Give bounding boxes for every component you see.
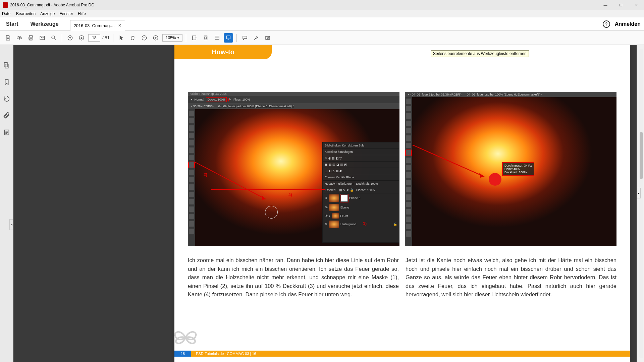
toolbar-divider: [113, 34, 113, 42]
save-icon[interactable]: [3, 33, 13, 43]
hand-pan-icon[interactable]: [128, 33, 138, 43]
ps-tools-column: [188, 109, 195, 246]
photoshop-screenshot-right: × · 04_09_feuer2.jpg bei 33,3% (RGB/8) 0…: [405, 92, 616, 246]
workspace: ◂ Seitensteuerelemente aus Werkzeugleist…: [0, 45, 644, 362]
thumbnails-icon[interactable]: [3, 62, 10, 69]
fit-page-icon[interactable]: [201, 33, 210, 43]
ps-red-arrow: [195, 162, 279, 206]
window-controls: — ☐ ✕: [598, 0, 644, 10]
ps-brush-circle: [265, 206, 278, 219]
svg-marker-21: [479, 173, 484, 178]
page-footer-bar: 18 PSD-Tutorials.de · COMMAG 03 | 16: [174, 351, 630, 357]
menu-hilfe[interactable]: Hilfe: [78, 11, 86, 16]
menu-fenster[interactable]: Fenster: [59, 11, 73, 16]
window-titlebar: 2016-03_Commag.pdf - Adobe Acrobat Pro D…: [0, 0, 644, 10]
ps-brush-tool-right: [406, 150, 411, 156]
signin-button[interactable]: Anmelden: [615, 21, 641, 27]
body-text-right: Jetzt ist die Kante noch etwas weich, al…: [406, 256, 616, 299]
toolbar-tooltip: Seitensteuerelemente aus Werkzeugleiste …: [431, 50, 529, 57]
layers-icon[interactable]: [3, 129, 10, 136]
svg-rect-0: [30, 36, 33, 37]
page-up-icon[interactable]: [65, 33, 75, 43]
svg-rect-15: [4, 63, 7, 67]
minimize-button[interactable]: —: [598, 0, 613, 10]
tab-strip: Start Werkzeuge 2016-03_Commag.... ✕ ? A…: [0, 17, 644, 31]
scrollbar-thumb[interactable]: [640, 132, 643, 179]
ps-annotation-1: 1): [363, 221, 367, 226]
svg-rect-13: [266, 36, 270, 39]
left-navigation-pane: ◂: [0, 45, 13, 362]
tab-tools[interactable]: Werkzeuge: [24, 21, 64, 27]
comment-icon[interactable]: [240, 33, 250, 43]
main-toolbar: / 81 105%: [0, 31, 644, 45]
attachments-icon[interactable]: [3, 112, 10, 119]
menu-bar: Datei Bearbeiten Anzeige Fenster Hilfe: [0, 10, 644, 17]
svg-rect-12: [226, 36, 230, 39]
butterfly-logo: [170, 322, 201, 353]
ps-option-bar: ●Normal Deckr.: 100% ✎Fluss: 100%: [188, 96, 399, 103]
document-viewport[interactable]: Seitensteuerelemente aus Werkzeugleiste …: [13, 45, 637, 362]
footer-credit: PSD-Tutorials.de · COMMAG 03 | 16: [191, 352, 256, 356]
body-text-columns: Ich zoome mal ein bisschen näher ran. Da…: [188, 256, 616, 299]
svg-line-18: [195, 162, 266, 199]
ps-red-edge-line: [211, 189, 325, 190]
rotate-icon[interactable]: [3, 95, 10, 103]
tab-start[interactable]: Start: [0, 21, 24, 27]
svg-rect-9: [192, 36, 196, 40]
print-icon[interactable]: [26, 33, 36, 43]
document-tab-label: 2016-03_Commag....: [74, 23, 115, 28]
zoom-select[interactable]: 105%: [162, 34, 182, 42]
pdf-page: Seitensteuerelemente aus Werkzeugleiste …: [174, 45, 630, 362]
fit-width-icon[interactable]: [190, 33, 199, 43]
zoom-in-icon[interactable]: [151, 33, 160, 43]
bookmarks-icon[interactable]: [3, 78, 10, 86]
ps-doc-tabs-right: × · 04_09_feuer2.jpg bei 33,3% (RGB/8) 0…: [405, 92, 616, 97]
page-controls-toggle-icon[interactable]: [224, 33, 233, 43]
svg-point-14: [267, 37, 268, 39]
page-total-label: / 81: [102, 35, 110, 40]
window-title: 2016-03_Commag.pdf - Adobe Acrobat Pro D…: [10, 3, 94, 7]
screenshot-row: Adobe Photoshop CC 2014 ●Normal Deckr.: …: [188, 92, 616, 246]
svg-marker-19: [262, 195, 266, 200]
acrobat-app-icon: [3, 2, 8, 8]
menu-datei[interactable]: Datei: [2, 11, 11, 16]
ps-red-arrow-right: [412, 145, 493, 182]
toolbar-divider: [236, 34, 237, 42]
cloud-icon[interactable]: [15, 33, 24, 43]
svg-point-4: [52, 36, 55, 39]
help-icon[interactable]: ?: [603, 20, 610, 28]
right-pane-toggle[interactable]: ▸: [637, 188, 641, 198]
read-mode-icon[interactable]: [212, 33, 222, 43]
close-button[interactable]: ✕: [629, 0, 644, 10]
select-arrow-icon[interactable]: [117, 33, 126, 43]
scrollbar-track[interactable]: [639, 49, 643, 358]
document-tab[interactable]: 2016-03_Commag.... ✕: [70, 20, 125, 31]
ps-annotation-3: 3): [225, 97, 229, 102]
ps-brush-tooltip-box: Durchmesser: 34 Px Härte: 48% Deckkraft:…: [502, 162, 534, 176]
page-down-icon[interactable]: [77, 33, 86, 43]
svg-line-20: [412, 145, 484, 177]
ps-deckkraft-box: Deckr.: 100%: [206, 97, 227, 102]
right-pane: ▸: [637, 45, 644, 362]
body-text-left: Ich zoome mal ein bisschen näher ran. Da…: [188, 256, 399, 299]
maximize-button[interactable]: ☐: [613, 0, 629, 10]
menu-anzeige[interactable]: Anzeige: [40, 11, 55, 16]
zoom-out-icon[interactable]: [140, 33, 149, 43]
ps-doc-tabs: × 33,3% (RGB/8) 04_09_feuer.psd bei 100%…: [188, 103, 399, 109]
svg-rect-11: [215, 36, 219, 40]
mail-icon[interactable]: [38, 33, 47, 43]
ps-brush-tool: [189, 162, 194, 168]
document-tab-close-icon[interactable]: ✕: [118, 23, 121, 28]
page-number-input[interactable]: [88, 34, 100, 42]
toolbar-divider: [186, 34, 186, 42]
ps-tools-column-right: [405, 97, 412, 246]
svg-rect-16: [5, 64, 8, 68]
highlight-icon[interactable]: [252, 33, 261, 43]
sign-icon[interactable]: [263, 33, 272, 43]
howto-banner: How-to: [174, 45, 272, 59]
ps-panels: Bibliotheken Korrekturen Stile Korrektur…: [322, 142, 399, 243]
left-pane-toggle[interactable]: ◂: [9, 219, 13, 230]
menu-bearbeiten[interactable]: Bearbeiten: [16, 11, 36, 16]
ps-titlebar: Adobe Photoshop CC 2014: [188, 92, 399, 96]
search-icon[interactable]: [49, 33, 58, 43]
